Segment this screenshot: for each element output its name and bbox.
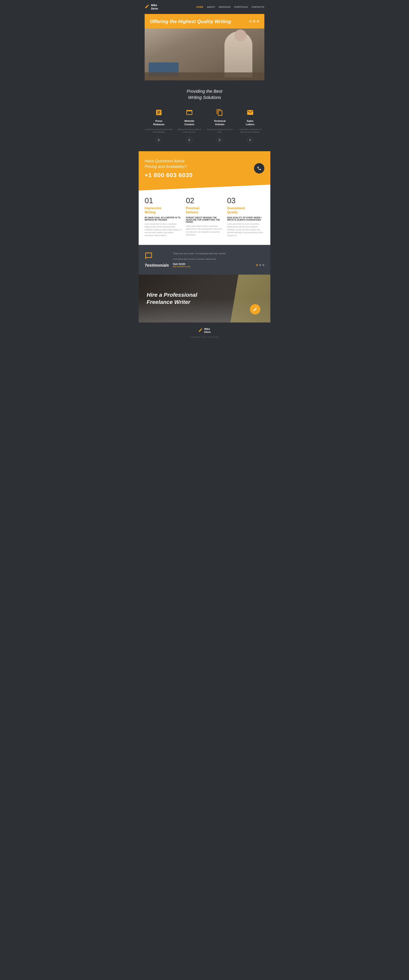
press-icon <box>154 108 164 118</box>
testimonials-label: Testimonials <box>145 263 169 267</box>
feature-subtitle-2: FORGET ABOUT MISSING THE DEADLINE FOR SU… <box>186 216 223 223</box>
feature-text-2: Lorem ipsum dolor sit amet, consectetur … <box>186 225 223 236</box>
pricing-left: Have Questions AboutPricing and Availabi… <box>145 158 193 178</box>
press-name: PressReleases <box>153 119 164 126</box>
testimonial-author: Sam Smith http://samdemo.org <box>173 262 264 267</box>
testimonials-right: Thank you very much. I'm impressed with … <box>173 252 264 267</box>
service-website: WebsiteContent Offering the highest qual… <box>175 108 204 143</box>
nav-portfolio[interactable]: PORTFOLIO <box>234 6 248 8</box>
header: MikeDeno HOME ABOUT SERVICES PORTFOLIO C… <box>138 0 271 14</box>
footer-copyright: © Mike Deno | 2016 | Privacy Policy <box>190 336 219 338</box>
website-name: WebsiteContent <box>185 119 194 126</box>
feature-text-3: Lorem ipsum dolor sit amet, consectetur … <box>227 223 264 237</box>
feature-text-1: Lorem ipsum dolor sit amet, consectetur … <box>145 223 182 237</box>
feature-title-2: PunctualDelivery <box>186 206 223 215</box>
feature-number-1: 01 <box>145 196 182 205</box>
nav-contacts[interactable]: CONTACTS <box>251 6 264 8</box>
nav-home[interactable]: HOME <box>196 6 203 8</box>
footer-pencil-icon <box>198 328 203 333</box>
testimonials-section: Testimonials Thank you very much. I'm im… <box>138 245 271 275</box>
website-desc: Offering the highest quality of writing … <box>175 128 204 133</box>
nav-about[interactable]: ABOUT <box>207 6 215 8</box>
testimonial-dot-1[interactable] <box>256 264 258 266</box>
sales-desc: A well-written sales letter can generate… <box>236 128 264 133</box>
sales-btn[interactable] <box>247 137 253 143</box>
website-btn[interactable] <box>186 137 193 143</box>
hire-bg: Hire a ProfessionalFreelance Writer <box>138 275 271 323</box>
hero-title: Offering the Highest Quality Writing <box>150 18 231 24</box>
pricing-content: Have Questions AboutPricing and Availabi… <box>145 158 264 178</box>
hire-content: Hire a ProfessionalFreelance Writer <box>138 285 205 312</box>
testimonial-dots <box>256 264 264 266</box>
service-sales: SalesLetters A well-written sales letter… <box>236 108 264 143</box>
hero-section: Offering the Highest Quality Writing <box>145 14 264 80</box>
author-name: Sam Smith <box>173 262 190 266</box>
pricing-phone: +1 800 603 6035 <box>145 172 193 178</box>
service-press: PressReleases Unmatched copy with utmost… <box>145 108 173 143</box>
pricing-section: Have Questions AboutPricing and Availabi… <box>138 151 271 191</box>
hire-button[interactable] <box>250 304 260 315</box>
testimonial-dot-3[interactable] <box>263 264 264 266</box>
feature-number-2: 02 <box>186 196 223 205</box>
press-desc: Unmatched copy with utmost effect and re… <box>145 128 173 133</box>
feature-title-3: GuaranteedQuality <box>227 206 264 215</box>
services-grid: PressReleases Unmatched copy with utmost… <box>145 108 264 143</box>
service-technical: TechnicalArticles Professional writing o… <box>205 108 234 143</box>
chat-icon <box>145 252 153 261</box>
feature-title-1: ImpressiveWriting <box>145 206 182 215</box>
sales-name: SalesLetters <box>246 119 255 126</box>
hero-image <box>145 29 264 80</box>
press-btn[interactable] <box>156 137 162 143</box>
feature-subtitle-3: HIGH QUALITY OF EVERY WORD I WRITE IS AL… <box>227 216 264 221</box>
feature-quality: 03 GuaranteedQuality HIGH QUALITY OF EVE… <box>227 196 264 237</box>
hero-dot-1[interactable] <box>249 20 251 22</box>
providing-section: Providing the BestWriting Solutions Pres… <box>138 80 271 151</box>
sales-icon <box>245 108 255 118</box>
hire-section: Hire a ProfessionalFreelance Writer <box>138 275 271 323</box>
testimonials-left: Testimonials <box>145 252 169 267</box>
feature-punctual: 02 PunctualDelivery FORGET ABOUT MISSING… <box>186 196 223 237</box>
nav-services[interactable]: SERVICES <box>219 6 231 8</box>
pencil-icon <box>145 4 150 10</box>
features-section: 01 ImpressiveWriting MY MAIN GOAL AS A W… <box>138 185 271 245</box>
technical-btn[interactable] <box>216 137 223 143</box>
feature-subtitle-1: MY MAIN GOAL AS A WRITER IS TO IMPRESS M… <box>145 216 182 221</box>
logo-text: MikeDeno <box>151 3 158 10</box>
nav: HOME ABOUT SERVICES PORTFOLIO CONTACTS <box>196 6 264 8</box>
footer-logo[interactable]: MikeDeno <box>198 328 211 334</box>
testimonial-quote: Thank you very much. I'm impressed with … <box>173 252 264 256</box>
website-icon <box>185 108 194 118</box>
feature-number-3: 03 <box>227 196 264 205</box>
footer: MikeDeno © Mike Deno | 2016 | Privacy Po… <box>138 323 271 343</box>
technical-icon <box>215 108 224 118</box>
hero-dot-2[interactable] <box>253 20 255 22</box>
feature-impressive: 01 ImpressiveWriting MY MAIN GOAL AS A W… <box>145 196 182 237</box>
hero-bar: Offering the Highest Quality Writing <box>145 14 264 29</box>
technical-desc: Professional writing of fresh new ideas. <box>205 128 234 133</box>
pricing-question: Have Questions AboutPricing and Availabi… <box>145 158 193 169</box>
author-site: http://samdemo.org <box>173 266 190 267</box>
phone-button[interactable] <box>254 163 264 173</box>
testimonial-dot-2[interactable] <box>259 264 261 266</box>
hire-title: Hire a ProfessionalFreelance Writer <box>146 291 197 306</box>
providing-title: Providing the BestWriting Solutions <box>145 88 264 101</box>
logo[interactable]: MikeDeno <box>145 3 158 10</box>
hero-carousel-dots <box>249 20 259 22</box>
hero-dot-3[interactable] <box>257 20 259 22</box>
testimonial-subtext: Lorem ipsum dolor sit amet, consectetur … <box>173 258 264 261</box>
technical-name: TechnicalArticles <box>214 119 226 126</box>
footer-logo-text: MikeDeno <box>204 328 211 334</box>
